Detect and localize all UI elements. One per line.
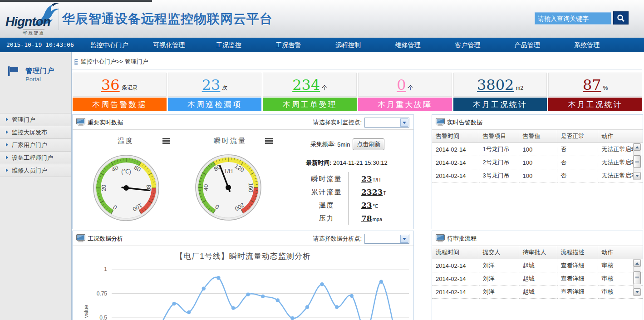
table-scrollbar[interactable] xyxy=(633,259,641,296)
monitor-point-select[interactable] xyxy=(364,118,409,128)
top-edge-strip xyxy=(0,0,152,2)
sidebar-item[interactable]: 厂家用户门户 xyxy=(0,139,71,152)
nav-item[interactable]: 维修管理 xyxy=(378,38,438,52)
stat-unit: % xyxy=(603,85,608,91)
table-column-header[interactable]: 提交人 xyxy=(479,246,519,259)
nav-item[interactable]: 可视化管理 xyxy=(139,38,199,52)
flow-detail-link[interactable]: 查看详细 xyxy=(557,286,598,299)
stat-number-link[interactable]: 3802 xyxy=(477,78,514,92)
sidebar-item[interactable]: 管理门户 xyxy=(0,113,71,126)
search-button[interactable] xyxy=(613,11,629,25)
alarm-data-panel: 实时告警数据 告警时间告警项目告警值是否正常动作 2014-02-14 1号龙门… xyxy=(432,114,643,229)
table-row[interactable]: 2014-02-14 刘洋 赵城 查看详细 审核 xyxy=(432,286,643,299)
chevron-down-icon[interactable] xyxy=(400,118,408,127)
frequency-label: 采集频率: xyxy=(310,140,336,148)
monitor-icon xyxy=(436,118,445,126)
logo[interactable]: Hignton 华辰智通 xyxy=(5,3,64,36)
stat-unit: 次 xyxy=(222,84,227,92)
metric-value-link[interactable]: 23 xyxy=(361,201,372,210)
analysis-panel: 工况数据分析 请选择数据分析点: 【电厂1号线】瞬时流量动态监测分析 10.75… xyxy=(72,231,414,320)
svg-text:20: 20 xyxy=(100,185,107,191)
approver-cell: 赵城 xyxy=(519,286,557,299)
metric-unit: T/H xyxy=(373,177,381,182)
nav-item[interactable]: 客户管理 xyxy=(438,38,497,52)
table-column-header[interactable]: 告警值 xyxy=(519,130,557,143)
analysis-point-select[interactable] xyxy=(364,234,409,244)
nav-item[interactable]: 产品管理 xyxy=(497,38,557,52)
flow-gauge: 04080120160200T/H xyxy=(194,153,262,222)
hamburger-menu-icon[interactable] xyxy=(265,138,273,139)
stats-row: 36 条记录 本周告警数据 23 次 本周巡检漏项 234 个 本周工单受理 xyxy=(73,73,642,111)
table-column-header[interactable]: 待审批人 xyxy=(519,246,557,259)
stat-value-area: 87 % xyxy=(548,73,642,97)
submitter-cell: 刘洋 xyxy=(479,259,519,272)
nav-item[interactable]: 远程控制 xyxy=(318,38,378,52)
svg-text:T/H: T/H xyxy=(224,168,232,174)
scroll-thumb[interactable] xyxy=(634,155,641,168)
stat-label-bar: 本周告警数据 xyxy=(73,98,167,111)
scroll-up-button[interactable] xyxy=(634,260,641,267)
metric-row: 瞬时流量 23T/H xyxy=(305,172,407,185)
svg-text:(℃): (℃) xyxy=(121,168,131,175)
monitor-icon xyxy=(436,234,445,242)
table-row[interactable]: 2014-02-14 3号龙门吊 100 否 无法正常启动 xyxy=(432,169,643,182)
stat-value-area: 3802 m2 xyxy=(453,73,547,97)
sidebar-item[interactable]: 设备工程师门户 xyxy=(0,152,71,164)
latest-time-label: 最新时间: xyxy=(306,159,331,166)
alarm-value-cell: 100 xyxy=(519,156,557,169)
refresh-button[interactable]: 点击刷新 xyxy=(353,138,384,150)
stat-number-link[interactable]: 23 xyxy=(202,78,221,92)
scroll-down-button[interactable] xyxy=(634,288,641,295)
chevron-down-icon[interactable] xyxy=(400,235,408,243)
sidebar-item[interactable]: 维修人员门户 xyxy=(0,164,71,177)
nav-item[interactable]: 工况监控 xyxy=(199,38,259,52)
metric-value-link[interactable]: 78 xyxy=(361,214,372,223)
hamburger-menu-icon[interactable] xyxy=(162,138,170,139)
breadcrumb-text: 监控中心门户>> 管理门户 xyxy=(81,58,148,66)
latest-time-row: 最新时间: 2014-11-21 15:30:12 xyxy=(306,159,388,167)
platform-title: 华辰智通设备远程监控物联网云平台 xyxy=(62,10,273,28)
sidebar-item[interactable]: 监控大屏发布 xyxy=(0,126,71,139)
nav-item[interactable]: 工况告警 xyxy=(259,38,319,52)
flow-detail-link[interactable]: 查看详细 xyxy=(557,259,598,272)
svg-text:40: 40 xyxy=(202,184,209,191)
flow-line-chart: 10.750.5value xyxy=(73,246,413,320)
metric-value-link[interactable]: 23 xyxy=(361,174,372,183)
table-column-header[interactable]: 是否正常 xyxy=(557,130,598,143)
nav-item[interactable]: 监控中心门户 xyxy=(79,38,139,52)
table-column-header[interactable]: 流程时间 xyxy=(432,246,479,259)
gauge-title-temperature: 温度 xyxy=(118,137,134,145)
stat-value-area: 36 条记录 xyxy=(73,73,167,97)
table-column-header[interactable]: 动作 xyxy=(598,130,643,143)
alarm-normal-cell: 否 xyxy=(557,143,598,156)
breadcrumb-divider xyxy=(72,69,642,69)
table-column-header[interactable]: 动作 xyxy=(598,246,643,259)
search-input[interactable] xyxy=(535,12,611,25)
stat-value-area: 0 个 xyxy=(358,73,452,97)
scroll-up-button[interactable] xyxy=(634,143,641,151)
table-scrollbar[interactable] xyxy=(633,143,641,180)
scroll-down-button[interactable] xyxy=(634,172,641,179)
stat-number-link[interactable]: 234 xyxy=(292,78,320,92)
table-column-header[interactable]: 告警项目 xyxy=(479,130,519,143)
approver-cell: 赵城 xyxy=(519,272,557,286)
table-row[interactable]: 2014-02-14 刘洋 赵城 查看详细 审核 xyxy=(432,259,643,272)
flow-time-cell: 2014-02-14 xyxy=(432,272,479,286)
table-row[interactable]: 2014-02-14 2号龙门吊 100 否 无法正常启动 xyxy=(432,156,643,169)
stat-number-link[interactable]: 0 xyxy=(397,78,406,92)
table-column-header[interactable]: 流程描述 xyxy=(557,246,598,259)
submitter-cell: 刘洋 xyxy=(479,286,519,299)
portal-header: 管理门户 Portal xyxy=(0,52,71,101)
stat-number-link[interactable]: 87 xyxy=(583,78,601,92)
table-row[interactable]: 2014-02-14 1号龙门吊 100 否 无法正常启动 xyxy=(432,143,643,156)
panel-title: 实时告警数据 xyxy=(447,118,482,127)
nav-item[interactable]: 系统管理 xyxy=(557,38,617,52)
table-column-header[interactable]: 告警时间 xyxy=(432,130,479,143)
table-row[interactable]: 2014-02-14 刘洋 赵城 查看详细 审核 xyxy=(432,272,643,286)
scroll-thumb[interactable] xyxy=(634,271,641,284)
metric-value: 78mpa xyxy=(349,214,382,223)
metric-row: 温度 23℃ xyxy=(305,198,407,212)
metric-value-link[interactable]: 2323 xyxy=(361,187,383,197)
stat-number-link[interactable]: 36 xyxy=(101,78,120,92)
flow-detail-link[interactable]: 查看详细 xyxy=(557,272,598,286)
